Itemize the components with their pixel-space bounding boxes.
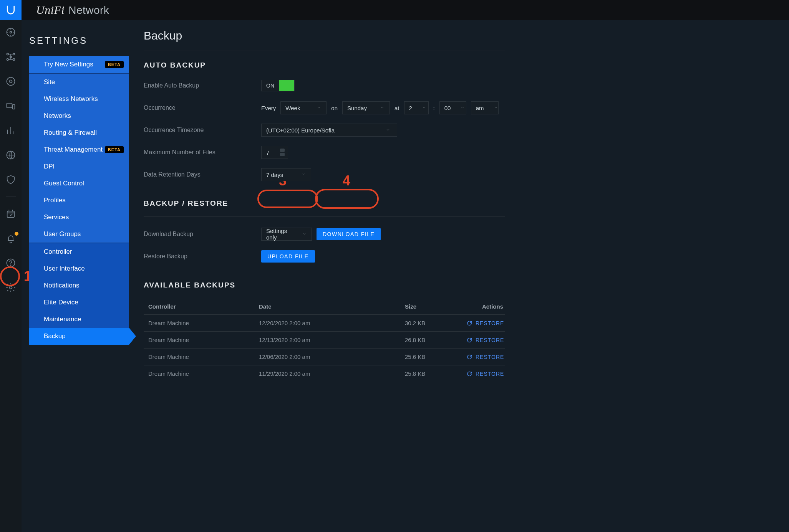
stats-icon[interactable] <box>5 125 16 136</box>
col-controller: Controller <box>144 303 259 310</box>
sidebar-item-label: Wireless Networks <box>44 95 98 103</box>
sidebar-item-label: Services <box>44 213 69 221</box>
cell-controller: Dream Machine <box>144 354 259 360</box>
svg-point-5 <box>13 53 15 55</box>
sidebar-item-profiles[interactable]: Profiles <box>29 192 129 209</box>
svg-point-3 <box>7 59 9 61</box>
svg-rect-12 <box>7 211 15 217</box>
sidebar-item-site[interactable]: Site <box>29 74 129 91</box>
timezone-field: Occurrence Timezone (UTC+02:00) Europe/S… <box>144 122 505 138</box>
sidebar-item-controller[interactable]: Controller <box>29 243 129 260</box>
upload-file-button[interactable]: UPLOAD FILE <box>261 250 315 263</box>
sidebar-item-label: Maintenance <box>44 316 81 323</box>
table-row: Dream Machine 12/06/2020 2:00 am 25.6 KB… <box>144 349 505 365</box>
cell-size: 26.8 KB <box>405 337 466 343</box>
sidebar-item-user-interface[interactable]: User Interface <box>29 260 129 277</box>
svg-point-14 <box>10 265 11 265</box>
number-stepper[interactable] <box>280 149 285 156</box>
sidebar-item-user-groups[interactable]: User Groups <box>29 226 129 243</box>
help-icon[interactable] <box>5 258 16 268</box>
restore-action[interactable]: RESTORE <box>466 320 506 326</box>
sidebar-item-services[interactable]: Services <box>29 209 129 226</box>
chevron-down-icon <box>301 172 306 178</box>
download-file-button[interactable]: DOWNLOAD FILE <box>317 228 381 240</box>
restore-icon <box>466 337 472 343</box>
circle-icon[interactable] <box>5 76 16 87</box>
cell-date: 12/06/2020 2:00 am <box>259 354 405 360</box>
sidebar-item-label: User Groups <box>44 230 81 238</box>
occurrence-ampm-select[interactable]: am <box>471 101 499 114</box>
sidebar-item-routing-firewall[interactable]: Routing & Firewall <box>29 124 129 141</box>
settings-gear-icon[interactable] <box>5 282 16 293</box>
cell-controller: Dream Machine <box>144 337 259 343</box>
toggle-knob <box>279 80 294 91</box>
sidebar-item-try-new-settings[interactable]: Try New Settings BETA <box>29 56 129 73</box>
sidebar-item-label: Site <box>44 78 55 86</box>
svg-point-6 <box>13 59 15 61</box>
col-date: Date <box>259 303 405 310</box>
sidebar-item-guest-control[interactable]: Guest Control <box>29 175 129 192</box>
select-value: 2 <box>409 105 412 111</box>
divider <box>144 216 505 216</box>
data-retention-select[interactable]: 7 days <box>261 168 311 181</box>
sidebar-item-wireless-networks[interactable]: Wireless Networks <box>29 91 129 107</box>
brand-network: Network <box>68 4 109 17</box>
shield-icon[interactable] <box>5 174 16 185</box>
restore-label: RESTORE <box>476 354 504 360</box>
restore-action[interactable]: RESTORE <box>466 337 506 343</box>
download-backup-label: Download Backup <box>144 231 261 238</box>
devices-icon[interactable] <box>5 101 16 111</box>
beta-badge: BETA <box>105 61 124 68</box>
occurrence-period-select[interactable]: Week <box>280 101 327 114</box>
sidebar-item-elite-device[interactable]: Elite Device <box>29 294 129 311</box>
sidebar-item-dpi[interactable]: DPI <box>29 158 129 175</box>
svg-point-8 <box>10 80 12 83</box>
cell-controller: Dream Machine <box>144 370 259 377</box>
download-backup-select[interactable]: Settings only <box>261 228 312 241</box>
restore-action[interactable]: RESTORE <box>466 354 506 360</box>
settings-sidebar: SETTINGS Try New Settings BETA Site Wire… <box>29 35 129 345</box>
enable-auto-backup-toggle[interactable]: ON <box>261 80 295 91</box>
sidebar-item-label: Backup <box>44 332 66 340</box>
globe-icon[interactable] <box>5 150 16 160</box>
cell-date: 12/20/2020 2:00 am <box>259 320 405 326</box>
restore-action[interactable]: RESTORE <box>466 371 506 377</box>
svg-point-15 <box>10 286 12 289</box>
chevron-down-icon <box>421 105 427 111</box>
download-backup-field: Download Backup Settings only DOWNLOAD F… <box>144 226 505 242</box>
sidebar-item-label: Profiles <box>44 197 66 204</box>
alerts-icon[interactable] <box>5 233 16 244</box>
occurrence-label: Occurrence <box>144 104 261 111</box>
occurrence-day-select[interactable]: Sunday <box>342 101 390 114</box>
chevron-down-icon <box>302 231 307 238</box>
occurrence-minute-select[interactable]: 00 <box>439 101 466 114</box>
max-files-input[interactable]: 7 <box>261 146 288 159</box>
svg-rect-10 <box>13 105 15 109</box>
sidebar-item-networks[interactable]: Networks <box>29 107 129 124</box>
sidebar-item-notifications[interactable]: Notifications <box>29 277 129 294</box>
data-retention-label: Data Retention Days <box>144 171 261 178</box>
sidebar-item-label: Networks <box>44 112 71 120</box>
cell-size: 30.2 KB <box>405 320 466 326</box>
calendar-icon[interactable] <box>5 208 16 219</box>
nav-rail <box>0 20 22 532</box>
sidebar-item-label: Routing & Firewall <box>44 129 97 137</box>
occurrence-hour-select[interactable]: 2 <box>404 101 429 114</box>
max-files-field: Maximum Number of Files 7 <box>144 145 505 160</box>
sidebar-item-threat-management[interactable]: Threat ManagementBETA <box>29 141 129 158</box>
dashboard-icon[interactable] <box>5 27 16 38</box>
cell-date: 12/13/2020 2:00 am <box>259 337 405 343</box>
select-value: Sunday <box>347 105 367 111</box>
brand-badge[interactable] <box>0 0 22 20</box>
top-bar: UniFi Network <box>0 0 789 20</box>
sidebar-item-maintenance[interactable]: Maintenance <box>29 311 129 328</box>
restore-label: RESTORE <box>476 371 504 377</box>
topology-icon[interactable] <box>5 51 16 62</box>
sidebar-item-label: DPI <box>44 163 55 170</box>
auto-backup-heading: AUTO BACKUP <box>144 61 505 69</box>
cell-size: 25.8 KB <box>405 370 466 377</box>
main-content: Backup AUTO BACKUP Enable Auto Backup ON… <box>144 29 505 382</box>
timezone-select[interactable]: (UTC+02:00) Europe/Sofia <box>261 124 397 137</box>
sidebar-item-backup[interactable]: Backup <box>29 328 129 345</box>
sidebar-item-label: Guest Control <box>44 180 84 187</box>
